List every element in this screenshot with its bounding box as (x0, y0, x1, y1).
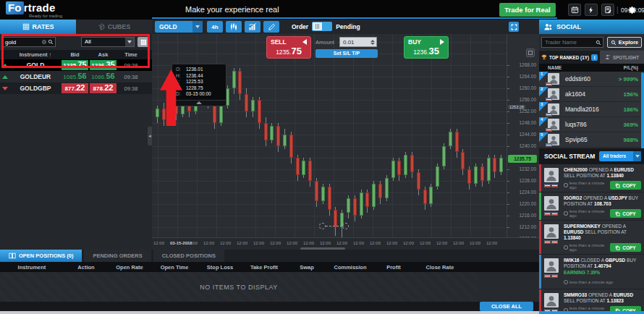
ask-value[interactable]: 878.22 (90, 83, 116, 93)
instrument-row[interactable]: GOLD1235.751236.3509:38 (0, 59, 152, 71)
bid-value[interactable]: 1235.75 (62, 60, 88, 70)
close-all-button[interactable]: CLOSE ALL (480, 302, 533, 311)
column-open-time[interactable]: Open Time (151, 264, 198, 271)
buy-button[interactable]: BUY 1236.35 (404, 36, 449, 59)
lightning-icon[interactable] (585, 4, 598, 16)
tab-top-ranked[interactable]: TOP RANKED (1Y) i (539, 51, 600, 64)
info-icon[interactable]: i (591, 54, 598, 61)
instrument-row[interactable]: GOLDEUR1085.561086.5609:38 (0, 71, 152, 82)
set-sl-tp-button[interactable]: Set S/L T/P (315, 49, 378, 58)
ranked-trader-row[interactable]: 3Mandla2016186% (539, 102, 644, 117)
instrument-row[interactable]: GOLDGBP877.22878.2209:38 (0, 82, 152, 94)
fullscreen-icon[interactable] (509, 22, 519, 32)
order-pending-toggle[interactable] (312, 22, 332, 31)
news-icon[interactable] (601, 4, 614, 16)
ohlc-row: H:1236.44 (176, 73, 222, 80)
copy-button[interactable]: COPY (610, 243, 641, 252)
drawing-marker-circle[interactable] (319, 223, 326, 229)
positions-tabs: OPEN POSITIONS (0) PENDING ORDERS CLOSED… (0, 250, 539, 262)
candlestick-style-button[interactable] (226, 21, 242, 33)
candle (264, 123, 268, 140)
copy-button[interactable]: COPY (610, 209, 641, 218)
column-stop-loss[interactable]: Stop Loss (198, 264, 242, 271)
fortrade-logo[interactable]: Fortrade (6, 1, 55, 14)
x-tick-label: 12:00 (270, 241, 281, 245)
avatar (548, 103, 559, 115)
stream-filter-dropdown[interactable]: All traders (599, 151, 641, 161)
candle (372, 184, 376, 207)
column-swap[interactable]: Swap (287, 264, 327, 271)
timestamp: less than a minute ago (564, 280, 613, 284)
column-bid[interactable]: Bid (61, 51, 89, 58)
stream-item[interactable]: IGORG2 OPENED A USDJPY BUY POSITION AT 1… (539, 192, 644, 221)
stream-message: SUPERMONKEY OPENED A EURUSD SELL POSITIO… (564, 224, 641, 241)
tab-open-positions[interactable]: OPEN POSITIONS (0) (0, 250, 82, 262)
axis-settings-icon[interactable] (526, 48, 535, 57)
copy-button[interactable]: COPY (610, 181, 641, 190)
candlestick-chart[interactable]: O:1236.01H:1236.44L:1225.53C:1228.75D:03… (152, 34, 507, 237)
stream-item[interactable]: SUPERMONKEY OPENED A EURUSD SELL POSITIO… (539, 221, 644, 255)
instrument-name: GOLDGBP (10, 85, 61, 92)
grid-view-button[interactable] (137, 37, 149, 47)
stream-item[interactable]: IWIK16 CLOSED A GBPUSD BUY POSITION AT 1… (539, 255, 644, 289)
trade-for-real-button[interactable]: Trade for Real (499, 3, 556, 17)
profit-percent: > 999% (619, 76, 638, 82)
clock-icon (564, 280, 568, 284)
column-time[interactable]: Time (117, 51, 145, 58)
tab-pending-orders[interactable]: PENDING ORDERS (84, 250, 151, 262)
column-action[interactable]: Action (64, 264, 109, 271)
ranked-trader-row[interactable]: 4luqs786369% (539, 117, 644, 132)
ask-value[interactable]: 1236.35 (90, 60, 116, 70)
order-mode-cluster: Order Pending (292, 22, 360, 31)
sell-button[interactable]: SELL 1235.75 (266, 36, 311, 59)
column-commission[interactable]: Commission (327, 264, 373, 271)
column-take-profit[interactable]: Take Profit (242, 264, 287, 271)
settings-gear-icon[interactable] (626, 4, 639, 16)
social-panel: SOCIAL Explore TOP RANKED (1Y) i SPOTLIG… (539, 20, 644, 314)
bid-value[interactable]: 1085.56 (62, 72, 88, 82)
ranked-trader-row[interactable]: 5Spvip65988% (539, 132, 644, 148)
positions-table-header: InstrumentActionOpen RateOpen TimeStop L… (0, 262, 539, 272)
ask-value[interactable]: 1086.56 (90, 72, 116, 82)
column-profit[interactable]: Profit (373, 264, 414, 271)
drawing-marker-circle[interactable] (342, 223, 349, 229)
stream-item[interactable]: CHEN2000 OPENED A EURUSD SELL POSITION A… (539, 164, 644, 192)
side-strip (539, 255, 541, 289)
tab-rates[interactable]: RATES (0, 20, 76, 34)
candle (499, 158, 503, 172)
ranked-trader-row[interactable]: 1eddstir60> 999% (539, 72, 644, 87)
symbol-dropdown[interactable]: GOLD (155, 21, 203, 33)
x-tick-label: 12:00 (203, 241, 214, 245)
candle (302, 161, 305, 175)
side-strip (539, 289, 541, 314)
explore-button[interactable]: Explore (607, 37, 642, 48)
filter-dot-icon[interactable] (42, 40, 46, 44)
stream-item[interactable]: SMMRO33 OPENED A EURUSD SELL POSITION AT… (539, 289, 644, 314)
price-axis[interactable]: 1268.001264.001260.001256.001252.001248.… (507, 34, 539, 237)
time-axis[interactable]: 12:0003-15-201812:0012:0012:0012:0012:00… (152, 237, 539, 250)
calendar-icon[interactable] (568, 4, 581, 16)
column-close-rate[interactable]: Close Rate (414, 264, 466, 271)
search-icon[interactable] (42, 39, 54, 45)
tab-cubes[interactable]: CUBES (76, 20, 152, 34)
category-filter-select[interactable]: All (81, 37, 135, 47)
column-ask[interactable]: Ask (89, 51, 117, 58)
ranked-trader-row[interactable]: 2ak1604156% (539, 87, 644, 102)
avatar (548, 134, 559, 145)
draw-pencil-button[interactable] (263, 21, 279, 33)
column-instrument[interactable]: Instrument (0, 264, 64, 271)
candle (321, 187, 325, 201)
candle (219, 106, 223, 123)
amount-stepper[interactable] (369, 38, 376, 46)
candle (162, 109, 166, 120)
trader-search-input[interactable] (541, 37, 603, 48)
tab-spotlight[interactable]: SPOTLIGHT (600, 51, 644, 64)
tooltip-collapse-icon[interactable] (171, 101, 226, 106)
bid-value[interactable]: 877.22 (62, 83, 88, 93)
column-instrument[interactable]: Instrument ↑ (10, 51, 61, 58)
column-open-rate[interactable]: Open Rate (109, 264, 151, 271)
quote-time: 09:38 (117, 85, 145, 92)
tab-closed-positions[interactable]: CLOSED POSITIONS (153, 250, 224, 262)
indicators-button[interactable] (245, 21, 260, 33)
timeframe-button[interactable]: 4h (207, 21, 223, 33)
